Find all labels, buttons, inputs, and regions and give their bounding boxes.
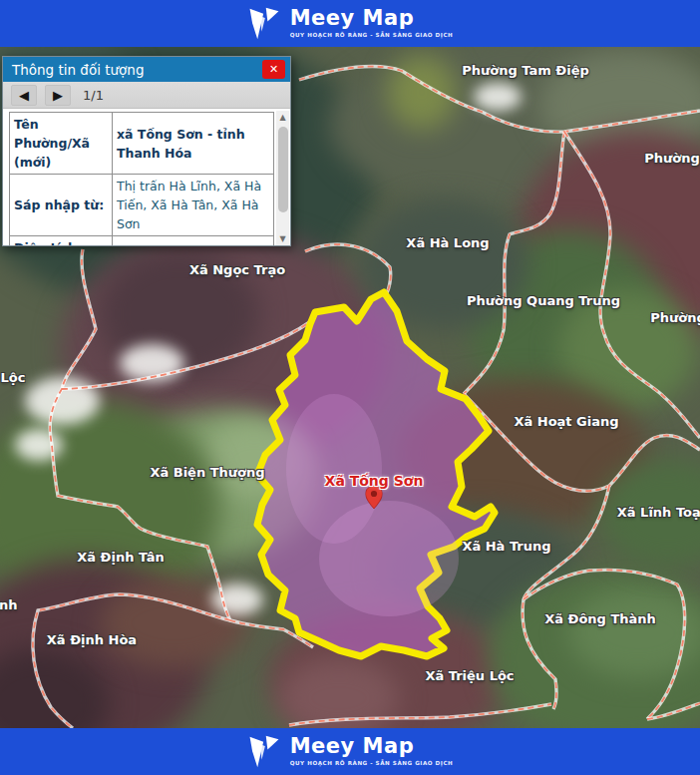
place-label: Phường Quang Trung <box>467 293 620 308</box>
place-label: ịnh <box>0 597 17 612</box>
popup-scrollbar[interactable]: ▲ ▼ <box>276 111 289 245</box>
brand-name: Meey Map <box>290 736 454 757</box>
place-label: Xã Biện Thượng <box>150 465 264 480</box>
row-label: Tên Phường/Xã (mới) <box>10 113 113 175</box>
place-label: Xã Hoạt Giang <box>514 414 618 429</box>
row-value: Thị trấn Hà Lĩnh, Xã Hà Tiến, Xã Hà Tân,… <box>113 175 274 236</box>
place-label: Xã Định Tân <box>77 550 165 565</box>
place-label: Phường Tam Điệp <box>462 63 589 78</box>
next-page-button[interactable]: ▶ <box>45 85 71 106</box>
meey-map-app: { "brand": { "name": "Meey Map", "taglin… <box>0 0 700 775</box>
table-row: Tên Phường/Xã (mới) xã Tống Sơn - tỉnh T… <box>10 113 274 175</box>
scrollbar-thumb[interactable] <box>278 127 288 212</box>
meey-map-logo-icon <box>247 734 281 770</box>
chevron-right-icon: ▶ <box>53 88 63 103</box>
place-label: Lộc <box>1 370 26 385</box>
popup-header[interactable]: Thông tin đối tượng ✕ <box>3 57 290 82</box>
popup-title: Thông tin đối tượng <box>3 62 144 78</box>
row-label: Sáp nhập từ: <box>10 175 113 236</box>
brand-tagline: QUY HOẠCH RÕ RÀNG - SẴN SÀNG GIAO DỊCH <box>290 33 454 39</box>
popup-body: Tên Phường/Xã (mới) xã Tống Sơn - tỉnh T… <box>3 109 290 246</box>
meey-map-logo[interactable]: Meey Map QUY HOẠCH RÕ RÀNG - SẴN SÀNG GI… <box>247 6 454 42</box>
place-label: Xã Triệu Lộc <box>425 668 514 683</box>
brand-name: Meey Map <box>290 8 454 29</box>
meey-map-logo-icon <box>247 6 281 42</box>
row-value: 69,36 <box>113 236 274 247</box>
selected-place-label: Xã Tống Sơn <box>325 473 424 489</box>
place-label: Xã Hà Trung <box>462 539 550 554</box>
place-label: Xã Hà Long <box>406 235 489 250</box>
map-pin-icon[interactable] <box>366 486 383 509</box>
page-indicator: 1/1 <box>83 88 104 103</box>
place-label: Xã Đông Thành <box>544 611 656 626</box>
object-info-popup: Thông tin đối tượng ✕ ◀ ▶ 1/1 Tên Phường… <box>2 56 291 246</box>
chevron-left-icon: ◀ <box>19 88 29 103</box>
scroll-up-icon[interactable]: ▲ <box>276 111 289 124</box>
object-info-table: Tên Phường/Xã (mới) xã Tống Sơn - tỉnh T… <box>9 112 274 246</box>
place-label: Phường <box>644 151 700 166</box>
meey-map-logo[interactable]: Meey Map QUY HOẠCH RÕ RÀNG - SẴN SÀNG GI… <box>247 734 454 770</box>
app-footer: Meey Map QUY HOẠCH RÕ RÀNG - SẴN SÀNG GI… <box>0 728 700 775</box>
row-value: xã Tống Sơn - tỉnh Thanh Hóa <box>113 113 274 175</box>
popup-pager-bar: ◀ ▶ 1/1 <box>3 82 290 109</box>
brand-tagline: QUY HOẠCH RÕ RÀNG - SẴN SÀNG GIAO DỊCH <box>290 761 454 767</box>
row-label: Diện tích (km²) <box>10 236 113 247</box>
table-row: Sáp nhập từ: Thị trấn Hà Lĩnh, Xã Hà Tiế… <box>10 175 274 236</box>
app-header: Meey Map QUY HOẠCH RÕ RÀNG - SẴN SÀNG GI… <box>0 0 700 47</box>
place-label: Xã Ngọc Trạo <box>189 262 285 277</box>
prev-page-button[interactable]: ◀ <box>11 85 37 106</box>
place-label: Phường <box>650 310 700 325</box>
close-icon[interactable]: ✕ <box>262 60 285 79</box>
place-label: Xã Lĩnh Toại <box>617 505 700 520</box>
scroll-down-icon[interactable]: ▼ <box>276 232 289 245</box>
place-label: Xã Định Hòa <box>47 632 137 647</box>
table-row: Diện tích (km²) 69,36 <box>10 236 274 247</box>
